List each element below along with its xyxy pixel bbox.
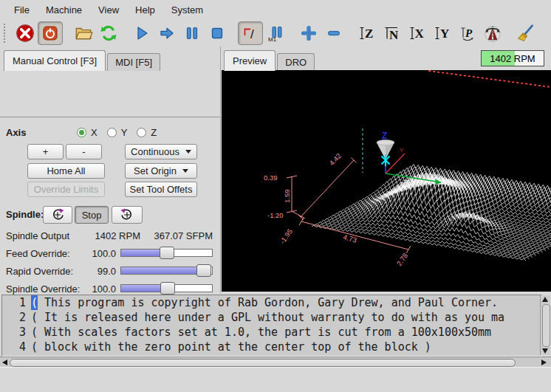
view-top-z-icon: Z	[358, 24, 376, 42]
svg-text:Y: Y	[440, 27, 449, 41]
gcode-horizontal-scrollbar[interactable]	[0, 357, 551, 368]
tab-dro[interactable]: DRO	[277, 53, 315, 71]
dim-y-length: 4.42	[327, 151, 343, 167]
gcode-line: 3(With scales factors set at 1.0, the pa…	[2, 325, 541, 340]
view-x-icon: X	[408, 24, 426, 42]
menu-help[interactable]: Help	[127, 1, 163, 18]
gcode-listing: 1(This program is copyright of Rab Gordo…	[0, 293, 551, 368]
dim-z-min: -1.20	[267, 211, 284, 219]
optional-stop-button[interactable]: M1	[263, 21, 288, 45]
minus-icon	[325, 24, 343, 42]
gcode-line: 1(This program is copyright of Rab Gordo…	[2, 295, 541, 310]
axis-option-x[interactable]: X	[77, 127, 97, 138]
axis-row: Axis XYZ	[0, 126, 221, 140]
axis-option-y[interactable]: Y	[107, 127, 128, 138]
view-side-button[interactable]: X	[405, 21, 430, 45]
backplot-preview[interactable]: 0.39 1.59 -1.20 4.73 -1.95 2.78 4.42 Y	[222, 70, 551, 292]
skip-lines-button[interactable]: /	[238, 21, 263, 45]
axis-radio-y[interactable]	[107, 128, 117, 137]
set-origin-dropdown[interactable]: Set Origin	[125, 163, 197, 179]
spindle-ccw-button[interactable]	[43, 206, 72, 224]
svg-text:Z: Z	[365, 27, 373, 41]
override-limits-button[interactable]: Override Limits	[27, 182, 105, 197]
tab-manual-control[interactable]: Manual Control [F3]	[4, 50, 106, 71]
dim-x-max: 2.78	[395, 252, 410, 267]
jog-plus-button[interactable]: +	[27, 144, 64, 159]
gcode-line-text: With scales factors set at 1.0, the part…	[44, 326, 491, 339]
slider-track[interactable]	[120, 267, 213, 275]
run-button[interactable]	[129, 21, 154, 45]
toolbar-drag-handle[interactable]	[4, 24, 10, 43]
view-front-button[interactable]: Y	[430, 21, 455, 45]
menu-machine[interactable]: Machine	[38, 1, 90, 18]
jog-minus-button[interactable]: -	[66, 144, 102, 159]
step-button[interactable]	[154, 21, 179, 45]
gcode-vertical-scrollbar[interactable]	[540, 295, 550, 355]
view-rotated-top-button[interactable]: N	[380, 21, 405, 45]
set-tool-offsets-button[interactable]: Set Tool Offets	[125, 182, 197, 197]
slider-thumb[interactable]	[196, 264, 211, 277]
spindle-stop-button[interactable]: Stop	[75, 206, 109, 224]
gcode-line-number: 1	[2, 295, 26, 310]
home-all-button[interactable]: Home All	[27, 163, 105, 179]
estop-button[interactable]	[13, 21, 38, 45]
gcode-active-marker: (	[31, 340, 38, 354]
tool-tip-marker	[382, 154, 390, 166]
tool-cone: Z	[377, 131, 394, 166]
z-axis-label: Z	[382, 131, 387, 141]
tab-preview[interactable]: Preview	[224, 50, 276, 71]
reload-file-button[interactable]	[96, 21, 121, 45]
axis-radio-z[interactable]	[137, 128, 146, 137]
view-perspective-button[interactable]: P	[455, 21, 480, 45]
spindle-output-row: Spindle Output 1402 RPM 367.07 SFPM	[0, 230, 221, 242]
backplot-canvas: 0.39 1.59 -1.20 4.73 -1.95 2.78 4.42 Y	[222, 70, 551, 292]
spindle-cw-button[interactable]	[112, 206, 143, 224]
gcode-active-marker: (	[31, 295, 38, 310]
zoom-in-button[interactable]	[296, 21, 321, 45]
spindle-rpm-meter: 1402 RPM	[481, 50, 544, 66]
axis-radio-x[interactable]	[77, 128, 86, 137]
preview-tabbar: Preview DRO	[224, 47, 316, 71]
vertical-scroll-thumb[interactable]	[542, 304, 550, 347]
slider-value: 100.0	[78, 248, 116, 259]
pause-button[interactable]	[179, 21, 205, 45]
dim-x-min: -1.95	[278, 227, 294, 245]
slider-label: Feed Override:	[6, 248, 70, 259]
view-top-button[interactable]: Z	[355, 21, 380, 45]
gcode-line-number: 2	[2, 310, 26, 325]
step-arrow-icon	[158, 24, 176, 42]
menu-view[interactable]: View	[90, 1, 127, 18]
slider-value: 99.0	[78, 266, 116, 277]
spindle-label: Spindle:	[6, 209, 44, 220]
stop-button[interactable]	[205, 21, 230, 45]
rotate-view-button[interactable]	[480, 21, 505, 45]
scroll-up-arrow[interactable]	[542, 297, 548, 302]
broom-icon	[516, 24, 535, 43]
axis-option-z[interactable]: Z	[137, 127, 157, 138]
slider-label: Rapid Override:	[6, 266, 73, 277]
gcode-text-area[interactable]: 1(This program is copyright of Rab Gordo…	[1, 295, 542, 357]
open-file-button[interactable]	[71, 21, 96, 45]
clear-plot-button[interactable]	[513, 21, 538, 45]
gcode-line-text: block with the zero point at the center …	[44, 340, 431, 354]
slider-track[interactable]	[120, 284, 213, 292]
menu-system[interactable]: System	[163, 1, 211, 18]
menu-file[interactable]: File	[6, 1, 38, 18]
dim-x-length: 4.73	[342, 233, 357, 244]
chevron-down-icon	[185, 150, 191, 154]
gcode-line-text: This program is copyright of Rab Gordon,…	[44, 296, 498, 309]
dim-z-max: 0.39	[264, 173, 278, 182]
zoom-out-button[interactable]	[321, 21, 346, 45]
slider-track[interactable]	[120, 249, 213, 257]
gcode-line-number: 4	[2, 340, 26, 354]
menubar: FileMachineViewHelpSystem	[0, 0, 551, 20]
horizontal-scroll-thumb[interactable]	[10, 359, 516, 367]
scroll-down-arrow[interactable]	[542, 348, 548, 354]
slider-thumb[interactable]	[160, 247, 174, 259]
slider-row: Rapid Override:99.0	[0, 264, 221, 282]
scroll-right-arrow[interactable]	[541, 360, 547, 365]
machine-power-button[interactable]	[38, 21, 63, 45]
svg-text:M1: M1	[268, 36, 277, 43]
scroll-left-arrow[interactable]	[2, 360, 7, 365]
jog-mode-dropdown[interactable]: Continuous	[125, 144, 197, 159]
